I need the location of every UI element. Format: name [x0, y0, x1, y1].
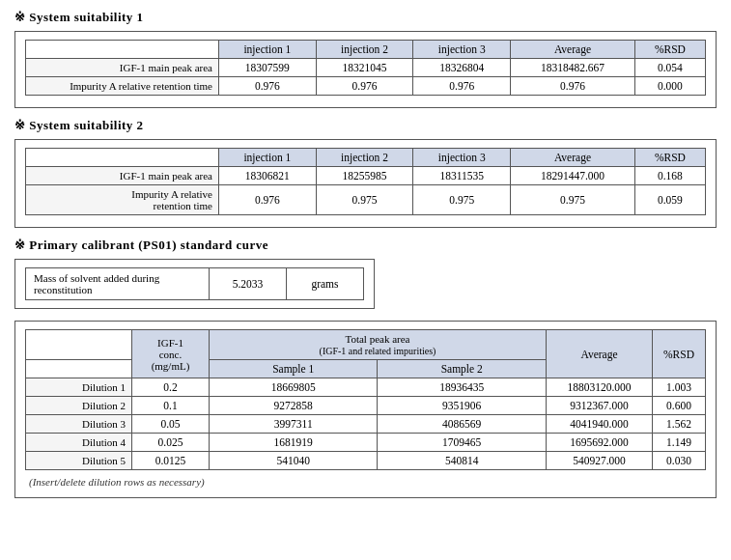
reconstitution-unit: grams: [287, 268, 364, 300]
calibrant-empty-header2: [26, 360, 132, 378]
section2-row1-rsd: 0.168: [634, 167, 705, 185]
section2: ※ System suitability 2 injection 1 injec…: [14, 118, 717, 228]
section1-row2-inj3: 0.976: [413, 77, 511, 96]
dilution5-conc: 0.0125: [132, 452, 210, 470]
table-row: Dilution 2 0.1 9272858 9351906 9312367.0…: [26, 397, 706, 415]
section2-row1-inj3: 18311535: [413, 167, 511, 185]
calibrant-table-container: IGF-1conc.(mg/mL) Total peak area(IGF-1 …: [14, 321, 717, 498]
section1-header-avg: Average: [511, 41, 635, 59]
section2-row2-rsd: 0.059: [634, 185, 705, 215]
reconstitution-table: Mass of solvent added during reconstitut…: [25, 267, 364, 300]
dilution5-label: Dilution 5: [26, 452, 132, 470]
section1-row1-inj2: 18321045: [316, 59, 413, 77]
dilution4-rsd: 1.149: [653, 434, 706, 452]
section1-header-rsd: %RSD: [634, 41, 705, 59]
section2-header-inj1: injection 1: [219, 149, 317, 167]
section1-row2-avg: 0.976: [511, 77, 635, 96]
dilution2-s1: 9272858: [210, 397, 378, 415]
table-row: IGF-1 main peak area 18306821 18255985 1…: [26, 167, 706, 185]
section1-table: injection 1 injection 2 injection 3 Aver…: [25, 40, 706, 96]
dilution4-avg: 1695692.000: [547, 434, 653, 452]
section1-header-inj1: injection 1: [219, 41, 317, 59]
section2-table: injection 1 injection 2 injection 3 Aver…: [25, 148, 706, 215]
dilution1-rsd: 1.003: [653, 378, 706, 397]
table-row: Dilution 4 0.025 1681919 1709465 1695692…: [26, 434, 706, 452]
section1-title: ※ System suitability 1: [14, 10, 717, 25]
section1-row1-avg: 18318482.667: [511, 59, 635, 77]
calibrant-sample2-header: Sample 2: [378, 360, 547, 378]
section2-row2-label: Impurity A relativeretention time: [26, 185, 219, 215]
section1-row1-label: IGF-1 main peak area: [26, 59, 219, 77]
section2-row2-avg: 0.975: [511, 185, 635, 215]
dilution3-avg: 4041940.000: [547, 415, 653, 434]
calibrant-total-peak-header: Total peak area(IGF-1 and related impuri…: [210, 330, 547, 360]
dilution1-avg: 18803120.000: [547, 378, 653, 397]
section2-header-inj3: injection 3: [413, 149, 511, 167]
calibrant-header-row1: IGF-1conc.(mg/mL) Total peak area(IGF-1 …: [26, 330, 706, 360]
table-row: Dilution 5 0.0125 541040 540814 540927.0…: [26, 452, 706, 470]
section2-row1-label: IGF-1 main peak area: [26, 167, 219, 185]
dilution3-conc: 0.05: [132, 415, 210, 434]
section1-row1-inj1: 18307599: [219, 59, 317, 77]
section2-row2-inj1: 0.976: [219, 185, 317, 215]
reconstitution-container: Mass of solvent added during reconstitut…: [14, 259, 375, 309]
table-row: Impurity A relativeretention time 0.976 …: [26, 185, 706, 215]
dilution4-conc: 0.025: [132, 434, 210, 452]
reconstitution-label: Mass of solvent added during reconstitut…: [26, 268, 210, 300]
section1-table-container: injection 1 injection 2 injection 3 Aver…: [14, 31, 717, 108]
section2-table-container: injection 1 injection 2 injection 3 Aver…: [14, 139, 717, 228]
table-row: Dilution 1 0.2 18669805 18936435 1880312…: [26, 378, 706, 397]
section2-row1-avg: 18291447.000: [511, 167, 635, 185]
section1-header-inj3: injection 3: [413, 41, 511, 59]
section1-row2-inj2: 0.976: [316, 77, 413, 96]
dilution1-label: Dilution 1: [26, 378, 132, 397]
dilution5-avg: 540927.000: [547, 452, 653, 470]
dilution4-label: Dilution 4: [26, 434, 132, 452]
section1-row2-inj1: 0.976: [219, 77, 317, 96]
calibrant-empty-header: [26, 330, 132, 360]
table-row: IGF-1 main peak area 18307599 18321045 1…: [26, 59, 706, 77]
section1-row2-label: Impurity A relative retention time: [26, 77, 219, 96]
section3-title: ※ Primary calibrant (PS01) standard curv…: [14, 238, 717, 253]
dilution2-conc: 0.1: [132, 397, 210, 415]
dilution2-label: Dilution 2: [26, 397, 132, 415]
section2-row2-inj3: 0.975: [413, 185, 511, 215]
reconstitution-value: 5.2033: [210, 268, 287, 300]
dilution1-s2: 18936435: [378, 378, 547, 397]
dilution4-s1: 1681919: [210, 434, 378, 452]
section2-title: ※ System suitability 2: [14, 118, 717, 133]
dilution3-rsd: 1.562: [653, 415, 706, 434]
dilution1-s1: 18669805: [210, 378, 378, 397]
reconstitution-row: Mass of solvent added during reconstitut…: [26, 268, 364, 300]
section2-header-rsd: %RSD: [634, 149, 705, 167]
dilution2-avg: 9312367.000: [547, 397, 653, 415]
section1-empty-header: [26, 41, 219, 59]
section2-header-avg: Average: [511, 149, 635, 167]
section1-header-inj2: injection 2: [316, 41, 413, 59]
section2-header-inj2: injection 2: [316, 149, 413, 167]
calibrant-rsd-header: %RSD: [653, 330, 706, 378]
section2-row1-inj2: 18255985: [316, 167, 413, 185]
calibrant-table: IGF-1conc.(mg/mL) Total peak area(IGF-1 …: [25, 329, 706, 470]
calibrant-avg-header: Average: [547, 330, 653, 378]
section2-row2-inj2: 0.975: [316, 185, 413, 215]
table-row: Impurity A relative retention time 0.976…: [26, 77, 706, 96]
calibrant-sample1-header: Sample 1: [210, 360, 378, 378]
table-row: Dilution 3 0.05 3997311 4086569 4041940.…: [26, 415, 706, 434]
calibrant-note: (Insert/delete dilution rows as necessar…: [25, 474, 706, 490]
dilution4-s2: 1709465: [378, 434, 547, 452]
dilution2-s2: 9351906: [378, 397, 547, 415]
calibrant-conc-header: IGF-1conc.(mg/mL): [132, 330, 210, 378]
dilution5-s2: 540814: [378, 452, 547, 470]
dilution1-conc: 0.2: [132, 378, 210, 397]
dilution2-rsd: 0.600: [653, 397, 706, 415]
dilution3-s2: 4086569: [378, 415, 547, 434]
section1: ※ System suitability 1 injection 1 injec…: [14, 10, 717, 108]
dilution5-rsd: 0.030: [653, 452, 706, 470]
section1-row1-inj3: 18326804: [413, 59, 511, 77]
dilution5-s1: 541040: [210, 452, 378, 470]
section2-empty-header: [26, 149, 219, 167]
dilution3-label: Dilution 3: [26, 415, 132, 434]
section1-row1-rsd: 0.054: [634, 59, 705, 77]
dilution3-s1: 3997311: [210, 415, 378, 434]
